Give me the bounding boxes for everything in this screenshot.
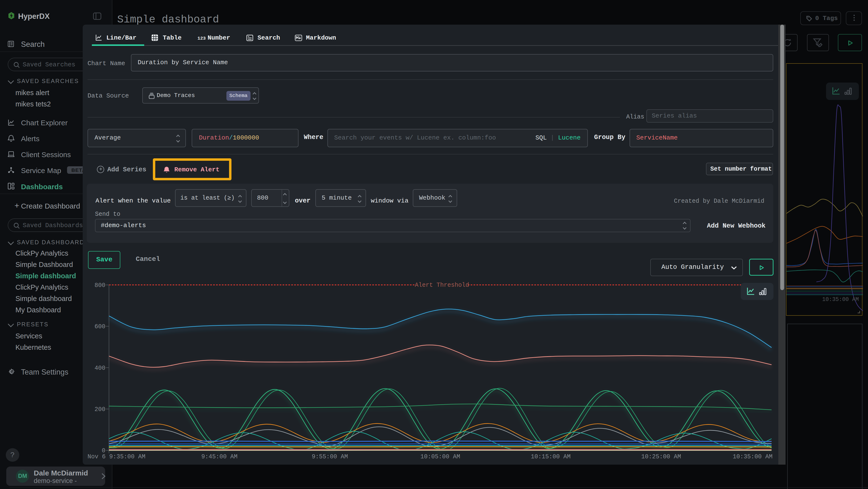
- svg-text:9:55:00 AM: 9:55:00 AM: [312, 453, 348, 460]
- svg-text:10:05:00 AM: 10:05:00 AM: [420, 453, 460, 460]
- svg-text:9:45:00 AM: 9:45:00 AM: [201, 453, 238, 460]
- svg-text:Alert Threshold: Alert Threshold: [415, 282, 469, 289]
- svg-text:400: 400: [94, 365, 105, 372]
- svg-text:600: 600: [94, 323, 105, 330]
- svg-text:10:15:00 AM: 10:15:00 AM: [531, 453, 570, 460]
- svg-text:10:25:00 AM: 10:25:00 AM: [641, 453, 681, 460]
- svg-text:800: 800: [94, 282, 105, 289]
- svg-text:Nov 6 9:35:00 AM: Nov 6 9:35:00 AM: [88, 453, 145, 460]
- svg-text:10:35:00 AM: 10:35:00 AM: [733, 453, 773, 460]
- svg-text:200: 200: [94, 406, 105, 413]
